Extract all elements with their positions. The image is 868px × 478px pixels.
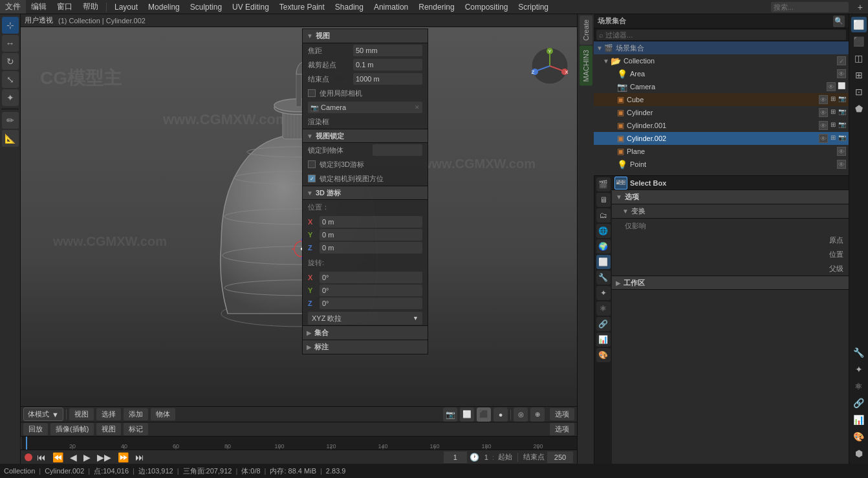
menu-rendering[interactable]: Rendering [413,0,459,14]
object-button[interactable]: 物体 [151,408,175,420]
ri-icon-bottom-6[interactable]: 🎨 [851,429,867,444]
cylinder-modifier-icon[interactable]: ⊞ [830,108,836,117]
outliner-cylinder001[interactable]: ▣ Cylinder.001 👁 ⊞ 📷 [594,119,849,132]
ri-icon-6[interactable]: ⬟ [851,101,867,116]
select-button[interactable]: 选择 [96,408,121,420]
outliner-cylinder002[interactable]: ▣ Cylinder.002 👁 ⊞ 📷 [594,132,849,145]
timeline-playback-menu[interactable]: 回放 [23,423,48,435]
data-tab[interactable]: 📊 [596,332,611,347]
pos-x-input[interactable]: 0 m [320,216,422,228]
menu-sculpting[interactable]: Sculpting [185,0,227,14]
outliner-collection[interactable]: ▼ 📂 Collection ✓ [594,54,849,67]
material-tab[interactable]: 🎨 [596,348,611,362]
menu-compositing[interactable]: Compositing [460,0,514,14]
cursor-tool[interactable]: ⊹ [2,17,19,34]
rot-y-input[interactable]: 0° [320,285,422,296]
render-tab-icon[interactable]: 🖥 [596,193,611,207]
lock-camera-checkbox[interactable]: ✓ [308,175,316,182]
outliner-camera[interactable]: 📷 Camera 👁 ⬜ [594,80,849,93]
viewport-gizmo-toggle[interactable]: ⊕ [530,407,545,422]
world-tab[interactable]: 🌍 [596,239,611,254]
next-keyframe-button[interactable]: ▶▶ [95,452,113,462]
axes-gizmo[interactable]: Y X Z [530,47,569,85]
cyl002-modifier-icon[interactable]: ⊞ [830,134,836,143]
ri-icon-bottom-3[interactable]: ⚛ [851,378,867,394]
jump-start-button[interactable]: ⏮ [35,452,48,462]
record-button[interactable] [25,453,32,461]
menu-texture-paint[interactable]: Texture Paint [274,0,330,14]
focal-length-value[interactable]: 50 mm [353,45,422,56]
cube-vis[interactable]: 👁 [819,95,828,104]
jump-end-button[interactable]: ⏭ [133,452,146,462]
local-camera-select[interactable]: 📷 Camera ✕ [308,102,422,113]
outliner-cylinder[interactable]: ▣ Cylinder 👁 ⊞ 📷 [594,106,849,119]
object-mode-select[interactable]: 体模式 ▼ [23,407,63,421]
measure-tool[interactable]: 📐 [2,130,19,147]
lock-to-cursor-checkbox[interactable] [308,160,316,168]
constraints-tab[interactable]: 🔗 [596,317,611,331]
ri-icon-5[interactable]: ⊡ [851,84,867,100]
ri-icon-bottom-1[interactable]: 🔧 [851,345,867,360]
view-layer-tab[interactable]: 🗂 [596,208,611,223]
clip-end-value[interactable]: 1000 m [353,73,422,85]
outliner-filter-button[interactable]: 🔍 [833,16,845,27]
point-vis[interactable]: 👁 [837,160,846,169]
play-button[interactable]: ▶ [81,452,92,462]
ri-icon-bottom-4[interactable]: 🔗 [851,395,867,411]
transform-section-header[interactable]: ▼ 变换 [612,204,849,219]
ri-icon-2[interactable]: ⬛ [851,34,867,49]
menu-shading[interactable]: Shading [330,0,369,14]
menu-uv-editing[interactable]: UV Editing [227,0,274,14]
pos-y-input[interactable]: 0 m [320,229,422,241]
viewport-shading-wire[interactable]: ⬜ [460,407,474,422]
ri-active-icon[interactable]: ⬜ [851,17,867,32]
lock-to-object-value[interactable] [373,144,422,156]
scene-tab-icon[interactable]: 🎬 [596,177,611,191]
rot-z-input[interactable]: 0° [320,298,422,309]
new-layout-button[interactable]: + [852,0,868,14]
3d-viewport-canvas[interactable]: CG模型主 www.CGMXW.com CG模型主 www.CGMXW.com … [21,27,577,406]
cyl001-render-icon[interactable]: 📷 [838,121,846,130]
cylinder002-vis[interactable]: 👁 [819,134,828,143]
ri-icon-bottom-7[interactable]: ⬢ [851,446,867,461]
cube-modifier-icon[interactable]: ⊞ [830,95,836,104]
cyl001-modifier-icon[interactable]: ⊞ [830,121,836,130]
machin3-tab[interactable]: MACHIN3 [580,46,592,86]
cylinder001-vis[interactable]: 👁 [819,121,828,130]
ri-icon-3[interactable]: ◫ [851,50,867,66]
close-camera-icon[interactable]: ✕ [415,104,420,111]
scale-tool[interactable]: ⤡ [2,71,19,88]
menu-edit[interactable]: 编辑 [26,0,52,14]
global-search[interactable] [771,2,849,12]
next-frame-button[interactable]: ⏩ [116,452,131,462]
viewport-shading-render[interactable]: ● [494,407,508,422]
menu-modeling[interactable]: Modeling [143,0,185,14]
clip-start-value[interactable]: 0.1 m [353,59,422,71]
plane-vis[interactable]: 👁 [837,147,846,156]
menu-animation[interactable]: Animation [369,0,413,14]
timeline-marker-menu[interactable]: 标记 [124,423,148,435]
outliner-cube[interactable]: ▣ Cube 👁 ⊞ 📷 [594,93,849,106]
options-section-header[interactable]: ▼ 选项 [612,190,849,204]
create-tab[interactable]: Create [580,16,592,45]
physics-tab[interactable]: ⚛ [596,301,611,316]
workspace-section-header[interactable]: ▶ 工作区 [612,276,849,290]
outliner-point[interactable]: 💡 Point 👁 [594,158,849,171]
camera-vis[interactable]: 👁 [827,82,836,91]
cylinder-render-icon[interactable]: 📷 [838,108,846,117]
menu-layout[interactable]: Layout [109,0,143,14]
menu-file[interactable]: 文件 [0,0,26,14]
rot-x-input[interactable]: 0° [320,272,422,283]
outliner-search-input[interactable] [596,30,846,40]
viewport-camera-icon[interactable]: 📷 [443,407,457,422]
prev-keyframe-button[interactable]: ◀ [68,452,79,462]
move-tool[interactable]: ↔ [2,35,19,52]
ri-icon-bottom-5[interactable]: 📊 [851,412,867,428]
ri-icon-4[interactable]: ⊞ [851,67,867,83]
prev-frame-button[interactable]: ⏪ [50,452,65,462]
current-frame-input[interactable]: 1 [444,451,467,463]
timeline-fps-menu[interactable]: 插像(插帧) [50,423,94,435]
modifier-tab[interactable]: 🔧 [596,270,611,285]
select-box-active-icon[interactable] [614,177,627,190]
options-button[interactable]: 选项 [550,408,574,420]
